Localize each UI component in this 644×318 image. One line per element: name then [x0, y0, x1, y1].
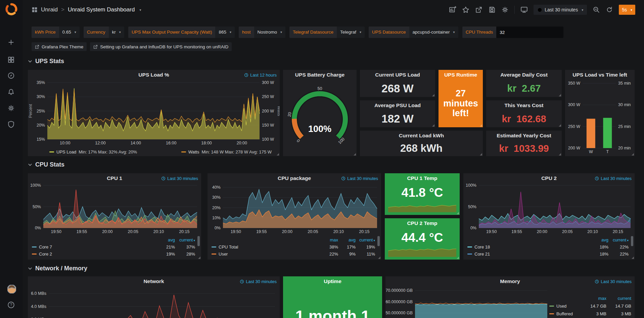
- panel-title[interactable]: Current UPS Load: [360, 70, 435, 80]
- row-header-cpu-stats[interactable]: CPU Stats: [28, 161, 64, 168]
- cpu-threads-input[interactable]: [496, 27, 563, 38]
- panel-cpu-2-temp: CPU 2 Temp 44.4 °C: [385, 218, 460, 260]
- configuration-icon[interactable]: [7, 104, 15, 112]
- panel-title[interactable]: Current Load kWh: [360, 131, 483, 141]
- svg-text:20 min: 20 min: [618, 146, 631, 150]
- variable-dropdown[interactable]: apcupsd-container▾: [409, 27, 458, 38]
- ups-load-vs-time-chart[interactable]: 200 W250 W300 W350 W20 min25 min30 min35…: [565, 81, 635, 155]
- alerting-icon[interactable]: [7, 88, 15, 96]
- add-icon[interactable]: [7, 39, 15, 47]
- svg-text:20:15: 20:15: [179, 229, 189, 234]
- svg-text:50%: 50%: [33, 205, 41, 209]
- ups-load-chart[interactable]: 15%20%25%30%35%100 W150 W200 W250 W300 W…: [28, 80, 280, 146]
- svg-text:350 W: 350 W: [568, 81, 580, 86]
- variable-dropdown[interactable]: Nostromo▾: [254, 27, 286, 38]
- variable-dropdown[interactable]: Telegraf▾: [337, 27, 365, 38]
- stat-value: 27 minutes left!: [442, 89, 479, 119]
- explore-icon[interactable]: [7, 72, 15, 80]
- stat-value: 268 kWh: [400, 142, 443, 154]
- network-chart[interactable]: 2.0 MBs4.0 MBs6.0 MBs: [28, 286, 280, 318]
- refresh-icon[interactable]: [606, 6, 613, 13]
- legend-row: Core 7 21%37%: [32, 243, 195, 251]
- svg-text:?: ?: [10, 303, 12, 307]
- panel-title[interactable]: CPU 1 Temp: [385, 173, 460, 183]
- panel-ups-battery-charge: UPS Battery Charge 02050100100%: [283, 70, 357, 156]
- dashboard-links: Grafana Plex Theme Setting up Grafana an…: [32, 42, 232, 51]
- panel-title[interactable]: Average PSU Load: [360, 100, 435, 110]
- svg-text:20:15: 20:15: [359, 229, 369, 234]
- panel-title[interactable]: Uptime: [283, 276, 382, 286]
- star-icon[interactable]: [462, 6, 469, 13]
- legend-row: Core 18 18%22%: [467, 243, 629, 251]
- svg-text:4.0 MBs: 4.0 MBs: [31, 304, 46, 309]
- panel-title[interactable]: CPU 2 Temp: [385, 218, 460, 228]
- svg-text:6.0 MBs: 6.0 MBs: [31, 291, 46, 296]
- panel-title[interactable]: This Years Cost: [486, 100, 562, 110]
- svg-text:100%: 100%: [466, 183, 476, 188]
- svg-text:200 W: 200 W: [262, 109, 274, 113]
- svg-text:T: T: [606, 149, 609, 154]
- row-header-ups-stats[interactable]: UPS Stats: [28, 58, 64, 65]
- cycle-view-icon[interactable]: [520, 6, 528, 13]
- svg-text:100%: 100%: [30, 183, 41, 188]
- dashboard-link-ups-guide[interactable]: Setting up Grafana and InfluxDB for UPS …: [90, 42, 232, 51]
- plugins-shield-icon[interactable]: [7, 121, 15, 129]
- caret-down-icon[interactable]: ▾: [139, 8, 141, 12]
- memory-chart[interactable]: 50.000000 GB60.000000 GB70.000000 GB: [385, 286, 550, 318]
- legend-item[interactable]: Watts Min: 148 W Max: 278 W Avg: 175 W: [181, 149, 272, 154]
- dashboard-link-plex-theme[interactable]: Grafana Plex Theme: [32, 42, 87, 51]
- chevron-down-icon: [28, 163, 32, 166]
- svg-text:W: W: [589, 149, 593, 154]
- settings-icon[interactable]: [501, 6, 509, 13]
- dashboards-icon[interactable]: [7, 56, 15, 64]
- add-panel-icon[interactable]: [449, 6, 456, 13]
- cpu-package-chart[interactable]: 0%10%20%30%40%19:5019:5520:0020:0520:102…: [208, 183, 381, 235]
- help-icon[interactable]: ?: [7, 301, 15, 309]
- divider: [514, 6, 515, 14]
- svg-text:300 W: 300 W: [568, 102, 580, 107]
- save-icon[interactable]: [488, 6, 496, 13]
- svg-text:20:00: 20:00: [282, 229, 292, 234]
- panel-title[interactable]: UPS Runtime: [439, 70, 483, 80]
- time-picker[interactable]: Last 30 minutes▾: [534, 5, 587, 15]
- legend: UPS Load Min: 17% Max: 32% Avg: 20% Watt…: [49, 149, 272, 154]
- legend-item[interactable]: UPS Load Min: 17% Max: 32% Avg: 20%: [49, 149, 137, 154]
- svg-text:250 W: 250 W: [568, 124, 580, 129]
- svg-text:20:05: 20:05: [562, 229, 572, 234]
- breadcrumb-folder[interactable]: Unraid: [41, 6, 58, 13]
- panel-title[interactable]: UPS Battery Charge: [283, 70, 357, 80]
- panel-title[interactable]: UPS Load vs Time left: [565, 70, 635, 80]
- panel-title[interactable]: Average Daily Cost: [486, 70, 562, 80]
- refresh-interval-picker[interactable]: 5s▾: [619, 5, 635, 15]
- svg-text:20:05: 20:05: [128, 229, 138, 234]
- panel-current-load-kwh: Current Load kWh 268 kWh: [360, 131, 483, 156]
- variable-label: UPS Max Output Power Capacity (Watt): [128, 27, 216, 38]
- panel-title[interactable]: Estimated Yearly Cost: [486, 131, 562, 141]
- svg-text:20:00: 20:00: [102, 229, 112, 234]
- variable-label: kWh Price: [32, 27, 59, 38]
- variable-dropdown[interactable]: kr▾: [109, 27, 124, 38]
- legend-scrollbar[interactable]: [631, 236, 633, 246]
- cpu2-chart[interactable]: 0%50%100%19:5019:5520:0020:0520:1020:15: [463, 183, 635, 235]
- avatar[interactable]: [7, 285, 15, 293]
- cpu1-chart[interactable]: 0%50%100%19:5019:5520:0020:0520:1020:15: [28, 183, 201, 235]
- row-header-network-memory[interactable]: Network / Memory: [28, 265, 87, 272]
- panel-title[interactable]: UPS Load %: [28, 70, 280, 80]
- legend-row: CPU Total 38%17%19%: [212, 243, 375, 251]
- breadcrumb-title[interactable]: Unraid System Dashboard: [68, 6, 135, 13]
- svg-text:50: 50: [318, 86, 322, 91]
- stat-value: kr 162.68: [502, 113, 546, 125]
- svg-text:19:55: 19:55: [77, 229, 87, 234]
- legend: avgcurrent▾ Core 18 18%22% Core 21 18%22…: [467, 236, 629, 258]
- legend-scrollbar[interactable]: [197, 236, 200, 246]
- panel-cpu-1-temp: CPU 1 Temp 41.8 °C: [385, 173, 460, 215]
- variable-dropdown[interactable]: 865▾: [215, 27, 235, 38]
- zoom-out-icon[interactable]: [593, 6, 600, 13]
- share-icon[interactable]: [475, 6, 482, 13]
- svg-text:14:00: 14:00: [131, 141, 141, 145]
- svg-text:50%: 50%: [468, 205, 476, 209]
- grafana-logo[interactable]: [5, 3, 18, 15]
- svg-text:20: 20: [287, 112, 292, 117]
- variable-dropdown[interactable]: 0.65▾: [59, 27, 80, 38]
- legend-scrollbar[interactable]: [377, 236, 380, 246]
